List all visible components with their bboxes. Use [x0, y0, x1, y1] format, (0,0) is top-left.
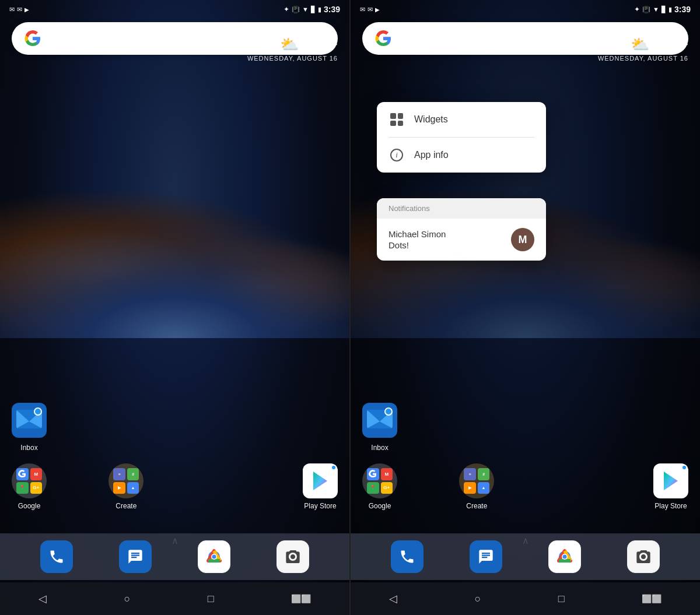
- time-right: 3:39: [674, 5, 691, 14]
- chrome-dock-icon-left[interactable]: [198, 540, 230, 573]
- home-btn-left[interactable]: ○: [124, 593, 130, 605]
- google-folder-icon-right: M 📍 G+: [362, 463, 397, 498]
- widgets-icon: [388, 111, 405, 128]
- create-folder-icon-left: ≡ # ▶ ▲: [108, 463, 144, 498]
- svg-point-12: [212, 555, 216, 559]
- play-store-left[interactable]: Play Store: [303, 463, 338, 510]
- notifications-panel: Notifications Michael SimonDots! M: [377, 198, 546, 261]
- phone-dock-icon-right[interactable]: [391, 540, 424, 573]
- google-label-right: Google: [369, 502, 391, 510]
- messages-dock-icon-right[interactable]: [470, 540, 502, 573]
- status-icons-right: ✉ ✉ ▶: [360, 6, 380, 13]
- wallpaper-left: [0, 0, 349, 615]
- play-icon-right: ▶: [375, 6, 380, 13]
- apps-area-left: Inbox M: [0, 403, 349, 522]
- notification-text: Michael SimonDots!: [388, 229, 502, 251]
- vibrate-icon: 📳: [292, 6, 300, 13]
- split-btn-left[interactable]: ⬜⬜: [291, 594, 311, 603]
- play-icon: ▶: [24, 6, 29, 13]
- play-store-label-right: Play Store: [654, 502, 687, 510]
- split-btn-right[interactable]: ⬜⬜: [642, 594, 662, 603]
- app-info-menu-item[interactable]: i App info: [377, 138, 546, 173]
- keep-sub-right: ≡: [464, 468, 476, 480]
- apps-area-right: Inbox M: [351, 403, 700, 522]
- svg-marker-7: [313, 472, 327, 490]
- recents-btn-right[interactable]: □: [558, 593, 565, 605]
- status-bar-right: ✉ ✉ ▶ ✦ 📳 ▼ ▊ ▮ 3:39: [351, 0, 700, 16]
- battery-icon-right: ▮: [668, 6, 672, 13]
- grid-cell-1: [390, 113, 396, 119]
- google-logo-right: [373, 28, 394, 49]
- notifications-header: Notifications: [377, 198, 546, 219]
- back-btn-left[interactable]: ◁: [38, 592, 47, 605]
- weather-temp-left: 85°F: [303, 35, 338, 54]
- widgets-label: Widgets: [414, 114, 448, 125]
- inbox-row-left: Inbox: [12, 403, 338, 452]
- sheets-sub-right: #: [478, 468, 490, 480]
- widgets-menu-item[interactable]: Widgets: [377, 102, 546, 137]
- play-store-right[interactable]: Play Store: [653, 463, 688, 510]
- status-icons-left: ✉ ✉ ▶: [9, 6, 29, 13]
- mail-icon: ✉: [17, 6, 22, 13]
- dock-right: [351, 533, 700, 580]
- phone-divider: [349, 0, 351, 615]
- right-phone-screen: ✉ ✉ ▶ ✦ 📳 ▼ ▊ ▮ 3:39 ⛅ 85°F WE: [351, 0, 700, 615]
- wifi-icon: ▼: [302, 6, 309, 13]
- inbox-app-right[interactable]: Inbox: [362, 403, 397, 452]
- weather-widget-left: ⛅ 85°F WEDNESDAY, AUGUST 16: [247, 35, 338, 62]
- create-folder-right[interactable]: ≡ # ▶ ▲ Create: [459, 463, 494, 510]
- context-menu: Widgets i App info: [377, 102, 546, 173]
- maps-sub-icon: 📍: [16, 482, 29, 494]
- home-btn-right[interactable]: ○: [474, 593, 481, 605]
- notification-avatar: M: [511, 228, 534, 251]
- phone-dock-icon-left[interactable]: [40, 540, 73, 573]
- inbox-app-left[interactable]: Inbox: [12, 403, 47, 452]
- chrome-dock-icon-right[interactable]: [548, 540, 581, 573]
- widgets-grid-icon: [390, 113, 403, 126]
- back-btn-right[interactable]: ◁: [389, 592, 397, 605]
- recents-btn-left[interactable]: □: [208, 593, 214, 605]
- weather-icon-left: ⛅: [280, 36, 299, 54]
- nav-bar-left: ◁ ○ □ ⬜⬜: [0, 582, 349, 615]
- status-right-left: ✦ 📳 ▼ ▊ ▮ 3:39: [284, 5, 340, 14]
- create-label-left: Create: [116, 502, 136, 510]
- google-label-left: Google: [18, 502, 41, 510]
- nav-bar-right: ◁ ○ □ ⬜⬜: [351, 582, 700, 615]
- create-label-right: Create: [466, 502, 487, 510]
- drive-sub: ▲: [127, 482, 139, 494]
- inbox-label-left: Inbox: [20, 444, 37, 452]
- app-info-label: App info: [414, 150, 449, 160]
- weather-widget-right: ⛅ 85°F WEDNESDAY, AUGUST 16: [598, 35, 688, 62]
- sheets-sub: #: [127, 468, 139, 480]
- gplus-sub-right: G+: [381, 482, 393, 494]
- create-folder-icon-right: ≡ # ▶ ▲: [459, 463, 494, 498]
- svg-point-6: [34, 408, 41, 415]
- drive-sub-right: ▲: [478, 482, 490, 494]
- status-right-right: ✦ 📳 ▼ ▊ ▮ 3:39: [634, 5, 691, 14]
- battery-icon: ▮: [318, 6, 321, 13]
- google-folder-right[interactable]: M 📍 G+ Google: [362, 463, 397, 510]
- slides-sub-right: ▶: [464, 482, 476, 494]
- inbox-icon-left: [12, 403, 47, 438]
- screen-dim-right: [351, 0, 700, 615]
- weather-temp-right: 85°F: [654, 35, 688, 54]
- info-circle-icon: i: [390, 149, 403, 161]
- notification-item[interactable]: Michael SimonDots! M: [377, 219, 546, 261]
- gmail-sub-icon: M: [30, 468, 43, 480]
- camera-dock-icon-left[interactable]: [276, 540, 309, 573]
- svg-marker-20: [664, 472, 678, 490]
- google-sub-right: [367, 468, 379, 480]
- messages-dock-icon-left[interactable]: [119, 540, 152, 573]
- bottom-apps-row-left: M 📍 G+ Google ≡: [12, 463, 338, 510]
- vibrate-icon-right: 📳: [642, 6, 650, 13]
- camera-dock-icon-right[interactable]: [627, 540, 660, 573]
- google-logo-left: [22, 28, 43, 49]
- google-folder-left[interactable]: M 📍 G+ Google: [12, 463, 47, 510]
- status-bar-left: ✉ ✉ ▶ ✦ 📳 ▼ ▊ ▮ 3:39: [0, 0, 349, 16]
- svg-point-19: [385, 408, 392, 415]
- create-folder-left[interactable]: ≡ # ▶ ▲ Create: [108, 463, 144, 510]
- signal-icon-right: ▊: [662, 6, 666, 13]
- slides-sub: ▶: [113, 482, 125, 494]
- left-phone-screen: ✉ ✉ ▶ ✦ 📳 ▼ ▊ ▮ 3:39 ⛅ 85°F WE: [0, 0, 349, 615]
- message-icon: ✉: [9, 6, 15, 13]
